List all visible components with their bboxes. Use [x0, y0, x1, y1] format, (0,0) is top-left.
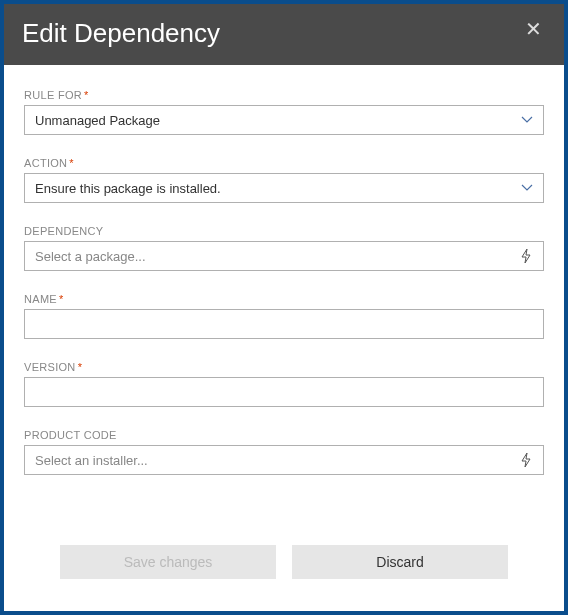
required-marker: *: [59, 293, 64, 305]
version-field: VERSION*: [24, 361, 544, 407]
action-field: ACTION* Ensure this package is installed…: [24, 157, 544, 203]
discard-button[interactable]: Discard: [292, 545, 508, 579]
required-marker: *: [84, 89, 89, 101]
save-button[interactable]: Save changes: [60, 545, 276, 579]
label-text: DEPENDENCY: [24, 225, 103, 237]
lightning-icon: [519, 453, 533, 467]
label-text: RULE FOR: [24, 89, 82, 101]
modal-footer: Save changes Discard: [24, 545, 544, 601]
version-input[interactable]: [35, 378, 533, 406]
label-text: VERSION: [24, 361, 76, 373]
edit-dependency-modal: Edit Dependency ✕ RULE FOR* Unmanaged Pa…: [0, 0, 568, 615]
product-code-select[interactable]: Select an installer...: [24, 445, 544, 475]
product-code-placeholder: Select an installer...: [35, 453, 519, 468]
rule-for-value: Unmanaged Package: [35, 113, 521, 128]
label-text: PRODUCT CODE: [24, 429, 117, 441]
label-text: ACTION: [24, 157, 67, 169]
name-input[interactable]: [35, 310, 533, 338]
lightning-icon: [519, 249, 533, 263]
dependency-field: DEPENDENCY Select a package...: [24, 225, 544, 271]
modal-title: Edit Dependency: [22, 18, 220, 49]
rule-for-field: RULE FOR* Unmanaged Package: [24, 89, 544, 135]
version-label: VERSION*: [24, 361, 544, 373]
name-label: NAME*: [24, 293, 544, 305]
dependency-label: DEPENDENCY: [24, 225, 544, 237]
chevron-down-icon: [521, 182, 533, 194]
action-value: Ensure this package is installed.: [35, 181, 521, 196]
required-marker: *: [78, 361, 83, 373]
name-input-wrap: [24, 309, 544, 339]
modal-header: Edit Dependency ✕: [4, 4, 564, 65]
rule-for-label: RULE FOR*: [24, 89, 544, 101]
dependency-placeholder: Select a package...: [35, 249, 519, 264]
product-code-field: PRODUCT CODE Select an installer...: [24, 429, 544, 475]
name-field: NAME*: [24, 293, 544, 339]
product-code-label: PRODUCT CODE: [24, 429, 544, 441]
rule-for-select[interactable]: Unmanaged Package: [24, 105, 544, 135]
chevron-down-icon: [521, 114, 533, 126]
action-label: ACTION*: [24, 157, 544, 169]
required-marker: *: [69, 157, 74, 169]
close-icon[interactable]: ✕: [521, 15, 546, 43]
modal-content: RULE FOR* Unmanaged Package ACTION* Ensu…: [4, 65, 564, 611]
action-select[interactable]: Ensure this package is installed.: [24, 173, 544, 203]
version-input-wrap: [24, 377, 544, 407]
dependency-select[interactable]: Select a package...: [24, 241, 544, 271]
label-text: NAME: [24, 293, 57, 305]
